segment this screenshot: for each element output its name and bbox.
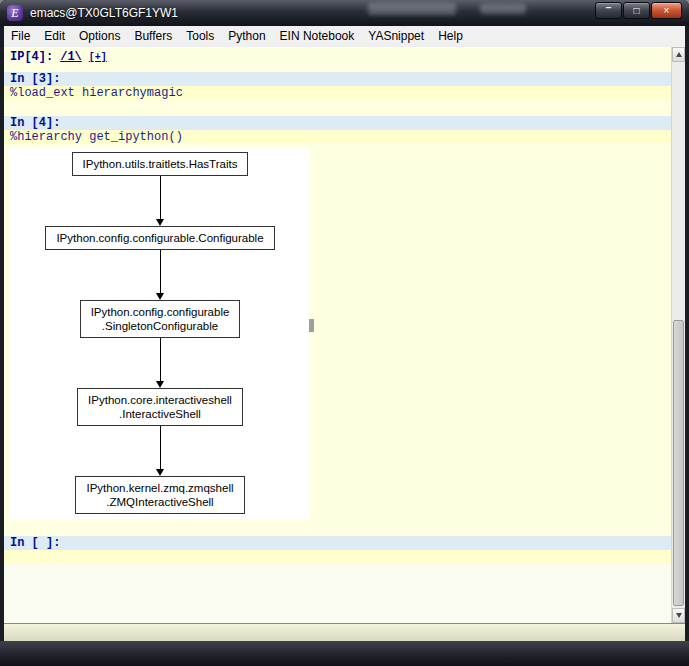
- cell-input[interactable]: %hierarchy get_ipython(): [4, 130, 671, 144]
- class-name: IPython.core.interactiveshell: [88, 393, 232, 407]
- menu-buffers[interactable]: Buffers: [127, 26, 179, 47]
- titlebar-glass-reflection: [368, 3, 456, 15]
- prompt-label: In [4]:: [10, 116, 60, 130]
- menu-tools[interactable]: Tools: [179, 26, 221, 47]
- class-node-interactiveshell: IPython.core.interactiveshell .Interacti…: [77, 388, 243, 426]
- menu-edit[interactable]: Edit: [37, 26, 72, 47]
- class-node-configurable: IPython.config.configurable.Configurable: [45, 226, 274, 250]
- class-hierarchy-diagram: IPython.utils.traitlets.HasTraits IPytho…: [10, 147, 310, 519]
- inheritance-arrow-icon: [156, 426, 165, 476]
- class-node-hastraits: IPython.utils.traitlets.HasTraits: [72, 152, 249, 176]
- menu-yasnippet[interactable]: YASnippet: [361, 26, 431, 47]
- cell-prompt: In [3]:: [4, 72, 671, 86]
- class-name: IPython.kernel.zmq.zmqshell: [86, 481, 233, 495]
- inheritance-arrow-icon: [156, 250, 165, 300]
- cell-input[interactable]: %load_ext hierarchymagic: [4, 86, 671, 100]
- inheritance-arrow-icon: [156, 338, 165, 388]
- maximize-button[interactable]: □: [623, 2, 650, 19]
- class-node-zmqinteractiveshell: IPython.kernel.zmq.zmqshell .ZMQInteract…: [75, 476, 244, 514]
- hierarchy-output-image: IPython.utils.traitlets.HasTraits IPytho…: [10, 147, 310, 519]
- code-text: %hierarchy get_ipython(): [10, 130, 183, 144]
- class-name: IPython.config.configurable.Configurable: [56, 231, 263, 245]
- titlebar[interactable]: E emacs@TX0GLT6GF1YW1 – □ ×: [0, 0, 689, 26]
- emacs-app-icon: E: [7, 5, 23, 21]
- class-node-singletonconfigurable: IPython.config.configurable .SingletonCo…: [80, 300, 241, 338]
- class-name: IPython.config.configurable: [91, 305, 230, 319]
- modeline: 1\---*ein: 8888/Demo.ipynb*Bot L53(ein:m…: [4, 623, 685, 641]
- kernel-indicator: IP[4]:: [10, 50, 53, 64]
- buffer-end-area[interactable]: [4, 564, 671, 623]
- prompt-label: In [3]:: [10, 72, 60, 86]
- arrow-up-icon: [676, 52, 682, 57]
- prompt-label: In [ ]:: [10, 536, 60, 550]
- fringe-marker: [309, 319, 314, 332]
- vertical-scrollbar[interactable]: [671, 47, 685, 623]
- menu-file[interactable]: File: [4, 26, 37, 47]
- window-controls: – □ ×: [595, 2, 682, 19]
- cell-prompt: In [4]:: [4, 116, 671, 130]
- menu-help[interactable]: Help: [431, 26, 470, 47]
- menu-ein-notebook[interactable]: EIN Notebook: [273, 26, 362, 47]
- menubar: File Edit Options Buffers Tools Python E…: [4, 26, 685, 47]
- cell-input[interactable]: [4, 550, 671, 564]
- scrollbar-thumb[interactable]: [673, 320, 684, 606]
- class-name: .ZMQInteractiveShell: [86, 495, 233, 509]
- cell-prompt: In [ ]:: [4, 536, 671, 550]
- close-button[interactable]: ×: [651, 2, 682, 19]
- notebook-link[interactable]: /1\: [60, 50, 82, 64]
- class-name: .SingletonConfigurable: [91, 319, 230, 333]
- notebook-buffer[interactable]: IP[4]:/1\[+] In [3]: %load_ext hierarchy…: [4, 47, 685, 623]
- class-name: .InteractiveShell: [88, 407, 232, 421]
- notebook-header-line: IP[4]:/1\[+]: [10, 50, 107, 65]
- arrow-down-icon: [676, 613, 682, 618]
- titlebar-glass-reflection: [480, 4, 526, 14]
- scrollbar-up-button[interactable]: [672, 47, 685, 62]
- new-notebook-link[interactable]: [+]: [89, 52, 107, 63]
- menu-options[interactable]: Options: [72, 26, 127, 47]
- code-text: %load_ext hierarchymagic: [10, 86, 183, 100]
- minimize-button[interactable]: –: [595, 2, 622, 19]
- window-title: emacs@TX0GLT6GF1YW1: [30, 0, 178, 26]
- menu-python[interactable]: Python: [221, 26, 272, 47]
- emacs-window: E emacs@TX0GLT6GF1YW1 – □ × File Edit Op…: [0, 0, 689, 666]
- class-name: IPython.utils.traitlets.HasTraits: [83, 157, 238, 171]
- inheritance-arrow-icon: [156, 176, 165, 226]
- window-frame-bottom: [0, 641, 689, 666]
- scrollbar-down-button[interactable]: [672, 608, 685, 623]
